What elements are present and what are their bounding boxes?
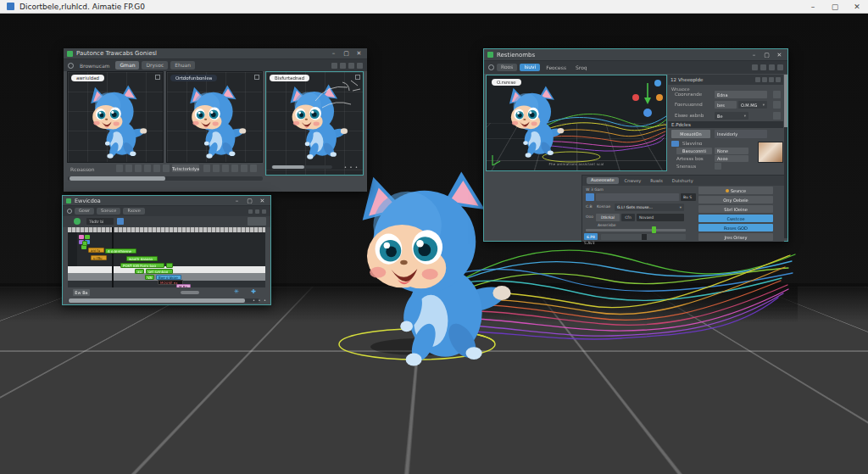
section-header[interactable]: E.Pdcles [668,121,783,128]
keyframe-toggle[interactable] [773,91,781,98]
chat-icon[interactable] [760,64,766,70]
more-options[interactable]: • • • [344,165,359,170]
timeline-clip[interactable]: A p.binthieme [105,248,136,254]
timeline-clip[interactable]: set symbag [146,269,173,274]
tab-ehuan[interactable]: Ehuan [170,61,195,70]
tool-icon-6[interactable] [250,165,257,172]
tab-dutshurty[interactable]: Dutshurty [669,177,697,184]
timeline-titlebar[interactable]: Ewvicdoa – ▢ ✕ [63,196,270,206]
copy-icon[interactable] [144,165,151,172]
frame-chip[interactable]: 6.P8 [584,233,598,240]
tab-feocess[interactable]: Feocess [542,64,570,71]
copy-icon[interactable] [762,77,767,82]
pin-icon[interactable] [248,209,253,214]
close-button[interactable]: ✕ [354,50,364,57]
prop-dropdown[interactable]: O.M.MG▾ [738,101,767,109]
add-icon[interactable] [755,77,760,82]
novaed-field[interactable]: Novaed [637,214,684,221]
tool-icon-2[interactable] [213,165,220,172]
camera-icon[interactable] [654,80,661,86]
paste-icon[interactable] [153,165,160,172]
timeline-clip[interactable]: au [135,269,144,274]
prop-field[interactable]: Edna [715,91,767,98]
timeline-clip[interactable]: VA [145,275,154,280]
tool-icon-1[interactable] [203,165,210,172]
footer-button[interactable]: Tutsctorkdya [172,165,199,172]
tab-brownucam[interactable]: Brownucam [76,62,113,70]
close-button[interactable]: ✕ [846,3,868,11]
inspector-scrollbar[interactable] [784,75,787,238]
close-button[interactable]: ✕ [258,198,267,204]
track-tag-pink[interactable] [79,235,84,239]
preview-viewport[interactable]: O.rsrese Fhe animations assistant scal [486,75,667,171]
tab-auoeoswte[interactable]: Auoeoswte [587,177,619,185]
dtkrkal-button[interactable]: Dtkrkal [596,214,620,221]
tool-icon-4[interactable] [231,165,238,172]
more-options[interactable]: • • • [253,298,267,303]
pose-thumbnail-1[interactable]: awriuldad [67,71,164,163]
refresh-icon[interactable] [68,63,74,69]
tab-sroq[interactable]: Sroq [572,64,591,71]
tab-drysoc[interactable]: Drysoc [142,61,168,70]
minimize-button[interactable]: – [802,3,824,11]
tab-rxove[interactable]: Rxove [123,208,144,215]
playhead[interactable] [112,227,114,287]
list-icon[interactable] [348,63,354,69]
range-box[interactable] [248,217,266,226]
prop-field[interactable]: bes [715,101,737,109]
slider-handle-green[interactable] [652,226,656,233]
expand-icon[interactable] [155,75,160,80]
tool-icon-3[interactable] [222,165,229,172]
wrench-icon[interactable] [776,77,781,82]
clock-icon[interactable] [67,209,72,214]
maximize-button[interactable]: ▢ [245,198,254,204]
timeline-mini-handle[interactable] [642,234,647,240]
filter-pill[interactable]: Tkdtr bi [86,218,114,225]
thumb-scrollbar[interactable] [271,165,332,169]
flag-icon[interactable] [671,141,679,147]
save-icon[interactable] [135,165,142,172]
tab-ruwls[interactable]: Ruwls [647,177,666,184]
props-titlebar[interactable]: Restienombs – ▢ ✕ [484,49,787,61]
tab-cnwvey[interactable]: Cnwvey [621,177,645,184]
pose-thumbnail-3-selected[interactable]: Bisfurtadnad • • • [265,71,364,176]
timeline-ruler[interactable] [68,227,265,232]
pose-panel-titlebar[interactable]: Pautonce Trawcabs Goniesl – ▢ ✕ [64,48,367,59]
mini-scrubber[interactable] [181,291,199,294]
material-preview[interactable] [758,142,783,163]
filter-icon[interactable] [255,209,259,214]
expand-icon[interactable] [254,75,259,80]
toggle-box[interactable] [715,163,721,170]
link-icon[interactable] [752,64,758,70]
timeline-clip[interactable]: ani fu [88,248,104,253]
paste-icon[interactable] [769,77,774,82]
mosuoton-button[interactable]: MosuotOn [671,130,710,138]
browse-button[interactable]: Bu S [681,193,696,201]
grid-icon[interactable] [340,63,346,69]
track-tag-green[interactable] [85,235,90,239]
pose-thumbnail-2[interactable]: Ortdofunbonlea [166,71,263,163]
path-field[interactable] [596,193,679,201]
open-icon[interactable] [125,165,132,172]
maximize-button[interactable]: ▢ [342,50,351,57]
timeline-tracks[interactable]: ani fu u.tBu A p.binthieme wauth daaaso … [68,227,265,287]
prop-field[interactable]: Aooo [715,155,748,162]
minimize-button[interactable]: – [232,198,242,204]
tab-roos[interactable]: Roos [497,64,517,72]
roses-god-button[interactable]: Roses GOD [698,224,773,231]
timeline-clip[interactable]: wauth daaaso [126,256,158,261]
tool-icon-5[interactable] [241,165,248,172]
settings-icon[interactable] [357,63,363,69]
delete-icon[interactable] [163,165,170,172]
slider-track[interactable] [586,229,686,231]
prop-field[interactable]: Insvidorly [715,130,767,138]
snap-icon[interactable] [117,218,124,225]
cfn-button[interactable]: Cfn [621,214,635,221]
prop-field[interactable]: None [715,148,748,154]
auto-key-icon[interactable]: ✳ [234,289,239,295]
pose-scrollbar[interactable] [68,176,263,181]
keyframe-toggle[interactable] [773,101,781,109]
pin-icon[interactable] [769,64,775,70]
close-button[interactable]: ✕ [775,52,784,59]
sevnce-button[interactable]: Sevnce [698,187,773,194]
